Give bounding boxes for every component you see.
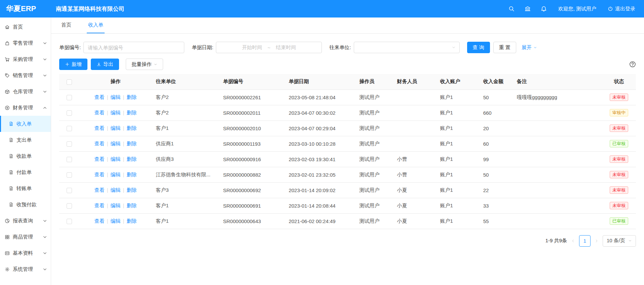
edit-link[interactable]: 编辑 [111,172,121,177]
row-checkbox[interactable] [67,95,72,100]
bank-icon[interactable] [525,6,531,12]
next-page-button[interactable] [595,239,599,243]
chevron-down-icon [42,57,47,62]
edit-link[interactable]: 编辑 [111,110,121,115]
chevron-down-icon [42,235,47,240]
finance-person-cell: 小夏 [393,182,436,198]
delete-link[interactable]: 删除 [127,172,137,177]
sidebar-subitem-payment[interactable]: 付款单 [0,164,51,180]
sidebar-subitem-receipt[interactable]: 收款单 [0,148,51,164]
edit-link[interactable]: 编辑 [111,125,121,131]
logout-button[interactable]: 退出登录 [608,6,635,12]
company-name: 南通某某网络科技有限公司 [56,5,124,13]
page-size-select[interactable]: 10 条/页 [603,235,636,247]
edit-link[interactable]: 编辑 [111,94,121,100]
unit-cell: 客户1 [152,198,219,213]
bill-number-cell: SR00000000643 [219,213,285,229]
sidebar-subitem-transfer[interactable]: 转账单 [0,180,51,197]
income-account-cell: 账户1 [436,90,479,105]
sidebar-item-report[interactable]: 报表查询 [0,213,51,229]
prev-page-button[interactable] [571,239,575,243]
action-separator: | [107,141,108,146]
app-logo[interactable]: 华夏ERP [0,4,51,14]
date-start-placeholder: 开始时间 [242,44,262,51]
date-range-input[interactable]: 开始时间 ~ 结束时间 [216,42,322,53]
view-link[interactable]: 查看 [94,141,105,146]
income-amount-cell: 55 [479,213,513,229]
bell-icon[interactable] [541,6,547,12]
reset-button[interactable]: 重 置 [493,42,516,53]
unit-select[interactable] [354,42,460,53]
tab-income[interactable]: 收入单 [87,17,105,33]
operator-cell: 测试用户 [355,182,393,198]
sidebar-item-goods[interactable]: 商品管理 [0,229,51,245]
filter-bar: 单据编号: 单据日期: 开始时间 ~ 结束时间 往来单位: 查 询 重 置 展开 [59,38,636,57]
action-separator: | [123,156,124,162]
edit-link[interactable]: 编辑 [111,203,121,208]
sidebar-item-retail[interactable]: 零售管理 [0,35,51,51]
view-link[interactable]: 查看 [94,218,105,224]
system-icon [5,267,10,272]
income-account-cell: 账户1 [436,120,479,136]
sidebar-subitem-income[interactable]: 收入单 [0,116,51,132]
bill-number-input[interactable] [83,42,184,53]
sidebar-item-label: 报表查询 [13,218,39,224]
sidebar-item-finance[interactable]: 财务管理 [0,100,51,116]
view-link[interactable]: 查看 [94,94,105,100]
delete-link[interactable]: 删除 [127,141,137,146]
action-separator: | [107,94,108,100]
export-button[interactable]: 导出 [91,59,119,70]
row-checkbox[interactable] [67,141,72,147]
view-link[interactable]: 查看 [94,156,105,162]
add-button[interactable]: 新增 [59,59,87,70]
delete-link[interactable]: 删除 [127,187,137,193]
view-link[interactable]: 查看 [94,110,105,115]
select-all-checkbox[interactable] [67,79,72,85]
plus-icon [65,62,70,67]
tab-home[interactable]: 首页 [60,17,73,33]
edit-link[interactable]: 编辑 [111,141,121,146]
search-button[interactable]: 查 询 [467,42,490,53]
view-link[interactable]: 查看 [94,203,105,208]
sidebar-item-purchase[interactable]: 采购管理 [0,51,51,67]
row-checkbox[interactable] [67,172,72,178]
sidebar-item-basic[interactable]: 基本资料 [0,245,51,261]
retail-icon [5,41,10,46]
bill-date-cell: 2021-06-02 00:24:49 [285,213,355,229]
row-checkbox[interactable] [67,126,72,131]
delete-link[interactable]: 删除 [127,125,137,131]
edit-link[interactable]: 编辑 [111,187,121,193]
batch-label: 批量操作 [131,61,152,68]
view-link[interactable]: 查看 [94,187,105,193]
add-label: 新增 [72,61,82,68]
row-checkbox[interactable] [67,219,72,224]
delete-link[interactable]: 删除 [127,156,137,162]
remark-cell [513,167,602,182]
edit-link[interactable]: 编辑 [111,218,121,224]
view-link[interactable]: 查看 [94,172,105,177]
delete-link[interactable]: 删除 [127,218,137,224]
help-icon[interactable] [629,61,636,68]
row-checkbox[interactable] [67,110,72,116]
page-number-button[interactable]: 1 [579,235,591,247]
sidebar-item-home[interactable]: 首页 [0,19,51,35]
sidebar-item-sales[interactable]: 销售管理 [0,67,51,83]
row-checkbox[interactable] [67,157,72,162]
bill-number-label: 单据编号: [59,44,81,51]
table-row: 查看|编辑|删除客户1SR000000020102023-04-07 00:29… [59,120,636,136]
edit-link[interactable]: 编辑 [111,156,121,162]
sidebar-subitem-expense[interactable]: 支出单 [0,132,51,148]
sidebar-item-warehouse[interactable]: 仓库管理 [0,83,51,100]
sidebar-subitem-advance[interactable]: 收预付款 [0,197,51,213]
row-checkbox[interactable] [67,188,72,193]
action-separator: | [107,218,108,224]
expand-link[interactable]: 展开 [522,44,537,51]
delete-link[interactable]: 删除 [127,110,137,115]
delete-link[interactable]: 删除 [127,94,137,100]
sidebar-item-system[interactable]: 系统管理 [0,261,51,277]
delete-link[interactable]: 删除 [127,203,137,208]
search-icon[interactable] [508,6,515,12]
row-checkbox[interactable] [67,203,72,209]
view-link[interactable]: 查看 [94,125,105,131]
batch-actions-button[interactable]: 批量操作 [126,59,163,70]
